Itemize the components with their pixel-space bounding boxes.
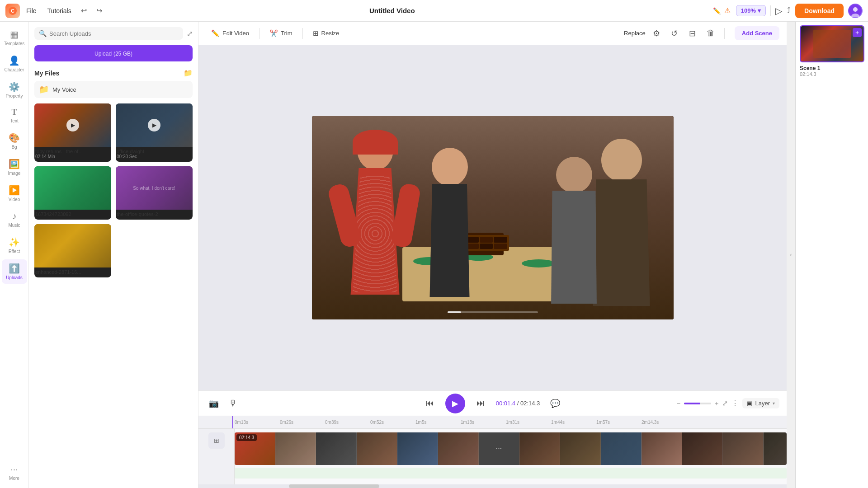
adjust-icon-btn[interactable]: ⚙ [649,26,664,41]
edit-video-button[interactable]: ✏️ Edit Video [206,27,255,40]
sidebar-item-property[interactable]: ⚙️ Property [2,78,27,102]
timeline-area: 0m13s 0m26s 0m39s 0m52s 1m5s 1m18s 1m31s… [198,416,787,488]
camera-button[interactable]: 📷 [206,395,222,412]
ruler-mark-4: 1m5s [415,420,461,425]
scene-thumbnail[interactable]: + [800,25,864,62]
sidebar-item-templates[interactable]: ▦ Templates [2,25,27,50]
menu-tutorials[interactable]: Tutorials [47,5,72,16]
bg-icon: 🎨 [9,132,20,143]
trim-button[interactable]: ✂️ Trim [264,27,298,40]
my-files-label: My Files [34,70,59,77]
split-icon-btn[interactable]: ⊟ [685,26,700,41]
track-thumbnails: ··· TheOffice TheO [235,432,787,465]
menu-file[interactable]: File [25,5,38,16]
file-item-enhanced[interactable]: enhanced-2871-16... [34,224,111,277]
scene-add-button[interactable]: + [853,28,862,37]
sidebar-label-effect: Effect [9,249,20,254]
add-scene-button[interactable]: Add Scene [735,26,779,40]
mic-button[interactable]: 🎙 [225,395,241,412]
file-item-toby[interactable]: ▶ toby returns - the of... 02:14 Min [34,103,111,162]
edit-title-icon[interactable]: ✏️ [713,7,721,14]
zoom-value: 109% [741,7,756,14]
uploads-panel: 🔍 ⤢ Upload (25 GB) My Files 📁 📁 My Voice [29,22,198,488]
resize-label: Resize [321,30,340,37]
file-meta-toby: 02:14 Min [35,154,110,159]
app-logo: C [5,4,20,18]
upload-size: (25 GB) [113,51,132,57]
file-info-toby: toby returns - the of... 02:14 Min [34,147,111,162]
track-thumb-6 [438,432,479,465]
more-options-icon[interactable]: ⋮ [731,399,739,408]
ruler-mark-8: 1m57s [596,420,642,425]
text-icon: T [11,108,17,117]
property-icon: ⚙️ [9,81,20,92]
skip-forward-button[interactable]: ⏭ [472,395,489,412]
ruler-mark-2: 0m39s [325,420,370,425]
file-item-quotes[interactable]: So what, I don't care! the-office-quotes… [116,166,193,220]
timeline-add-btn[interactable]: ⊞ [208,432,225,449]
sidebar-item-music[interactable]: ♪ Music [2,207,27,231]
user-avatar[interactable] [848,4,863,18]
fit-icon[interactable]: ⤢ [722,399,728,408]
preview-button[interactable]: ▷ [775,5,782,16]
zoom-control[interactable]: 109% ▾ [736,5,766,16]
file-item-michael[interactable]: 1673424723092 [34,166,111,220]
sidebar-item-more[interactable]: ··· More [2,460,27,484]
sidebar-item-bg[interactable]: 🎨 Bg [2,129,27,153]
file-name-quotes: the-office-quotes-2 [117,211,192,217]
ruler-marks: 0m13s 0m26s 0m39s 0m52s 1m5s 1m18s 1m31s… [235,420,787,425]
track-thumb-dots: ··· [479,432,519,465]
ruler-mark-0: 0m13s [235,420,280,425]
topbar: C File Tutorials ↩ ↪ Untitled Video ✏️ ⚠… [0,0,868,22]
scrollbar-thumb[interactable] [289,484,379,488]
track-thumb-12 [723,432,764,465]
timeline-scrollbar[interactable] [198,484,787,488]
skip-back-button[interactable]: ⏮ [422,395,438,412]
sidebar-label-bg: Bg [11,145,17,150]
sidebar-item-character[interactable]: 👤 Character [2,52,27,76]
zoom-out-icon[interactable]: − [677,400,680,407]
file-play-icon-toby[interactable]: ▶ [66,119,79,131]
track-duration-badge: 02:14.3 [236,434,257,441]
zoom-slider[interactable] [684,403,711,404]
sidebar-label-character: Character [5,67,24,72]
layer-caret-icon: ▾ [773,401,775,406]
sidebar-item-image[interactable]: 🖼️ Image [2,155,27,179]
layer-button[interactable]: ▣ Layer ▾ [742,398,779,408]
resize-button[interactable]: ⊞ Resize [307,27,345,40]
expand-button[interactable]: ⤢ [187,29,193,38]
captions-button[interactable]: 💬 [547,395,563,412]
file-play-icon-dwight[interactable]: ▶ [148,119,160,131]
my-voice-folder[interactable]: 📁 My Voice [34,81,193,98]
file-meta-dwight: 00:20 Sec [117,154,192,159]
effect-icon: ✨ [9,237,20,248]
files-grid: ▶ toby returns - the of... 02:14 Min ▶ o… [34,103,193,277]
center-area: ✏️ Edit Video ✂️ Trim ⊞ Resize Replace ⚙… [198,22,787,488]
timeline-scroll[interactable]: 02:14.3 ··· [235,429,787,484]
download-button[interactable]: Download [795,4,844,18]
sidebar-item-uploads[interactable]: ⬆️ Uploads [2,259,27,284]
ruler-mark-6: 1m31s [506,420,551,425]
panel-collapse-button[interactable]: ‹ [787,22,796,488]
search-input[interactable] [49,30,179,37]
search-icon: 🔍 [39,30,47,37]
sidebar-item-text[interactable]: T Text [2,104,27,127]
search-box[interactable]: 🔍 [34,27,183,40]
more-icon: ··· [10,464,18,474]
zoom-in-icon[interactable]: + [715,400,718,407]
share-button[interactable]: ⤴ [787,6,791,15]
delete-icon-btn[interactable]: 🗑 [703,26,718,41]
refresh-icon-btn[interactable]: ↺ [667,26,682,41]
total-time: 02:14.3 [520,400,540,407]
sidebar-item-effect[interactable]: ✨ Effect [2,233,27,258]
file-name-toby: toby returns - the of... [35,149,110,154]
sidebar-label-image: Image [8,171,21,176]
play-button[interactable]: ▶ [445,394,465,413]
sidebar-item-video[interactable]: ▶️ Video [2,181,27,206]
title-area: Untitled Video ✏️ ⚠ [111,6,731,15]
file-item-dwight[interactable]: ▶ office dwight 00:20 Sec [116,103,193,162]
new-folder-icon[interactable]: 📁 [184,69,193,77]
file-info-michael: 1673424723092 [34,210,111,220]
sidebar-label-property: Property [6,94,23,99]
upload-button[interactable]: Upload (25 GB) [34,45,193,61]
